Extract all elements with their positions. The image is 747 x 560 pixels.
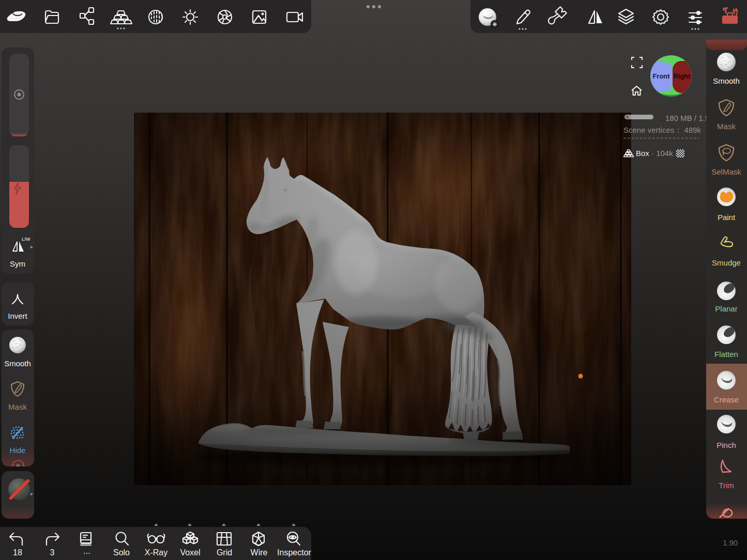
svg-text:Right: Right (673, 72, 691, 80)
svg-text:Front: Front (652, 72, 670, 80)
